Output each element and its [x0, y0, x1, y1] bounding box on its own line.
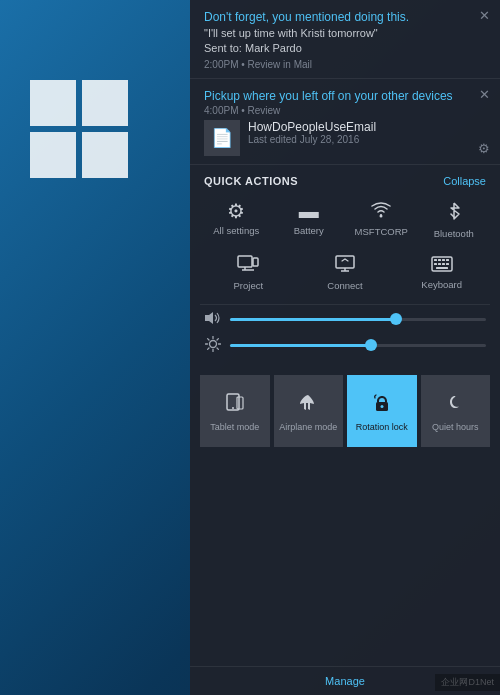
svg-point-19 [210, 340, 217, 347]
rotation-lock-tile[interactable]: Rotation lock [347, 375, 417, 447]
battery-icon: ▬ [299, 201, 319, 221]
battery-label: Battery [294, 225, 324, 236]
quick-all-settings[interactable]: ⚙ All settings [200, 193, 273, 247]
quick-project[interactable]: Project [200, 247, 297, 299]
svg-line-27 [208, 348, 209, 349]
quick-connect[interactable]: Connect [297, 247, 394, 299]
tablet-mode-tile[interactable]: Tablet mode [200, 375, 270, 447]
svg-line-25 [217, 348, 218, 349]
watermark: 企业网D1Net [435, 674, 500, 691]
rotation-lock-label: Rotation lock [356, 422, 408, 433]
svg-rect-16 [446, 263, 449, 265]
bluetooth-icon [446, 201, 462, 224]
brightness-slider-row [204, 336, 486, 355]
svg-marker-18 [205, 312, 213, 324]
notif2-meta: 4:00PM • Review [204, 105, 486, 116]
windows-logo [30, 80, 130, 180]
svg-rect-13 [434, 263, 437, 265]
quiet-hours-tile[interactable]: Quiet hours [421, 375, 491, 447]
notif2-doc-icon: 📄 [204, 120, 240, 156]
quick-actions-row1: ⚙ All settings ▬ Battery MSFTCORP [190, 193, 500, 247]
quick-actions-header: QUICK ACTIONS Collapse [190, 165, 500, 193]
svg-rect-9 [434, 259, 437, 261]
project-icon [237, 255, 259, 276]
quiet-hours-icon [445, 393, 465, 418]
notif2-settings-button[interactable]: ⚙ [478, 141, 490, 156]
volume-fill [230, 318, 396, 321]
notif1-close-button[interactable]: ✕ [479, 8, 490, 23]
brightness-fill [230, 344, 371, 347]
keyboard-label: Keyboard [421, 279, 462, 290]
connect-label: Connect [327, 280, 362, 291]
svg-rect-5 [336, 256, 354, 268]
notif2-doc-title: HowDoPeopleUseEmail [248, 120, 376, 134]
wifi-icon [371, 201, 391, 222]
settings-icon: ⚙ [227, 201, 245, 221]
notif2-text-block: HowDoPeopleUseEmail Last edited July 28,… [248, 120, 376, 145]
all-settings-label: All settings [213, 225, 259, 236]
brightness-icon [204, 336, 222, 355]
brightness-track[interactable] [230, 344, 486, 347]
sliders-section [190, 305, 500, 369]
svg-point-30 [232, 407, 234, 409]
volume-icon [204, 311, 222, 328]
notif1-meta: 2:00PM • Review in Mail [204, 59, 486, 70]
quick-battery[interactable]: ▬ Battery [273, 193, 346, 247]
svg-rect-2 [253, 258, 258, 266]
airplane-mode-label: Airplane mode [279, 422, 337, 433]
svg-rect-10 [438, 259, 441, 261]
svg-rect-17 [436, 267, 448, 269]
svg-rect-15 [442, 263, 445, 265]
volume-track[interactable] [230, 318, 486, 321]
collapse-button[interactable]: Collapse [443, 175, 486, 187]
tablet-mode-icon [225, 393, 245, 418]
quick-actions-row2: Project Connect [190, 247, 500, 299]
notif2-doc-sub: Last edited July 28, 2016 [248, 134, 376, 145]
volume-slider-row [204, 311, 486, 328]
project-label: Project [234, 280, 264, 291]
action-center-panel: Don't forget, you mentioned doing this. … [190, 0, 500, 695]
svg-rect-11 [442, 259, 445, 261]
svg-point-32 [380, 405, 383, 408]
toggle-tiles-grid: Tablet mode Airplane mode Rotation lock [190, 369, 500, 453]
notif1-title: Don't forget, you mentioned doing this. [204, 10, 486, 24]
notif2-title: Pickup where you left off on your other … [204, 89, 486, 103]
notif2-content-row: 📄 HowDoPeopleUseEmail Last edited July 2… [204, 120, 486, 156]
tablet-mode-label: Tablet mode [210, 422, 259, 433]
airplane-mode-icon [298, 393, 318, 418]
svg-line-24 [208, 338, 209, 339]
quick-msftcorp[interactable]: MSFTCORP [345, 193, 418, 247]
quick-actions-title: QUICK ACTIONS [204, 175, 298, 187]
rotation-lock-icon [372, 393, 392, 418]
notif1-body-line1: "I'll set up time with Kristi tomorrow" [204, 26, 486, 41]
airplane-mode-tile[interactable]: Airplane mode [274, 375, 344, 447]
volume-thumb [390, 313, 402, 325]
brightness-thumb [365, 339, 377, 351]
svg-rect-12 [446, 259, 449, 261]
quick-keyboard[interactable]: Keyboard [393, 247, 490, 299]
notification-1: Don't forget, you mentioned doing this. … [190, 0, 500, 79]
svg-rect-1 [238, 256, 252, 267]
bluetooth-label: Bluetooth [434, 228, 474, 239]
svg-rect-14 [438, 263, 441, 265]
svg-line-26 [217, 338, 218, 339]
svg-rect-29 [237, 397, 243, 409]
msftcorp-label: MSFTCORP [355, 226, 408, 237]
svg-point-0 [380, 214, 383, 217]
notif2-close-button[interactable]: ✕ [479, 87, 490, 102]
notification-2: Pickup where you left off on your other … [190, 79, 500, 165]
notif1-body-line2: Sent to: Mark Pardo [204, 41, 486, 56]
keyboard-icon [431, 255, 453, 275]
quiet-hours-label: Quiet hours [432, 422, 479, 433]
connect-icon [334, 255, 356, 276]
quick-bluetooth[interactable]: Bluetooth [418, 193, 491, 247]
